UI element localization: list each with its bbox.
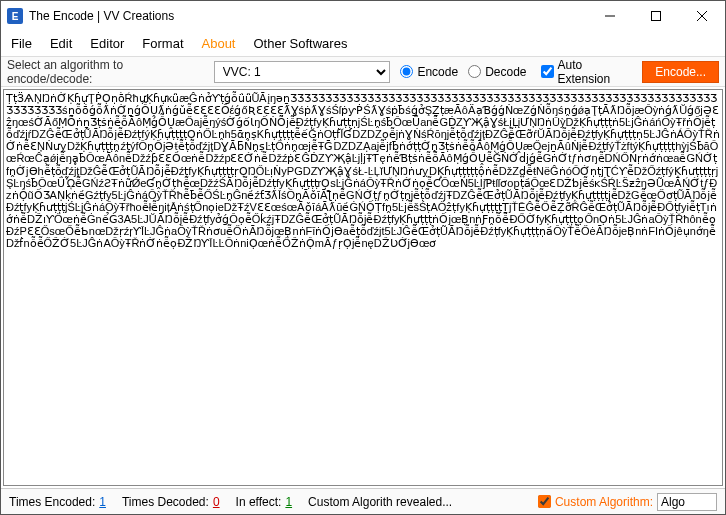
svg-rect-1	[652, 12, 661, 21]
times-encoded-value: 1	[99, 495, 106, 509]
auto-extension-input[interactable]	[541, 65, 554, 78]
editor-textarea[interactable]	[3, 89, 723, 486]
encode-radio-input[interactable]	[400, 65, 413, 78]
statusbar: Times Encoded: 1 Times Decoded: 0 In eff…	[1, 488, 725, 514]
menu-format[interactable]: Format	[142, 36, 183, 51]
menu-about[interactable]: About	[202, 36, 236, 51]
titlebar: E The Encode | VV Creations	[1, 1, 725, 31]
menubar: File Edit Editor Format About Other Soft…	[1, 31, 725, 57]
decode-radio-label: Decode	[485, 65, 526, 79]
custom-revealed-text: Custom Algorith revealed...	[308, 495, 452, 509]
custom-algorithm-checkbox[interactable]	[538, 495, 551, 508]
app-icon: E	[7, 8, 23, 24]
decode-radio-input[interactable]	[468, 65, 481, 78]
menu-edit[interactable]: Edit	[50, 36, 72, 51]
toolbar: Select an algorithm to encode/decode: VV…	[1, 57, 725, 87]
encode-radio[interactable]: Encode	[400, 65, 458, 79]
encode-button[interactable]: Encode...	[642, 61, 719, 83]
minimize-button[interactable]	[587, 1, 633, 31]
menu-file[interactable]: File	[11, 36, 32, 51]
custom-algorithm-input[interactable]	[657, 493, 717, 511]
editor-wrap	[1, 87, 725, 488]
times-encoded-label: Times Encoded:	[9, 495, 95, 509]
auto-extension-label: Auto Extension	[558, 58, 637, 86]
maximize-button[interactable]	[633, 1, 679, 31]
times-decoded-label: Times Decoded:	[122, 495, 209, 509]
window-controls	[587, 1, 725, 31]
menu-other-softwares[interactable]: Other Softwares	[253, 36, 347, 51]
in-effect-label: In effect:	[236, 495, 282, 509]
algorithm-select[interactable]: VVC: 1	[214, 61, 391, 83]
decode-radio[interactable]: Decode	[468, 65, 526, 79]
menu-editor[interactable]: Editor	[90, 36, 124, 51]
times-decoded-value: 0	[213, 495, 220, 509]
algorithm-label: Select an algorithm to encode/decode:	[7, 58, 208, 86]
auto-extension-checkbox[interactable]: Auto Extension	[541, 58, 637, 86]
custom-algorithm-label: Custom Algorithm:	[555, 495, 653, 509]
in-effect-value: 1	[285, 495, 292, 509]
window-title: The Encode | VV Creations	[29, 9, 587, 23]
encode-radio-label: Encode	[417, 65, 458, 79]
close-button[interactable]	[679, 1, 725, 31]
